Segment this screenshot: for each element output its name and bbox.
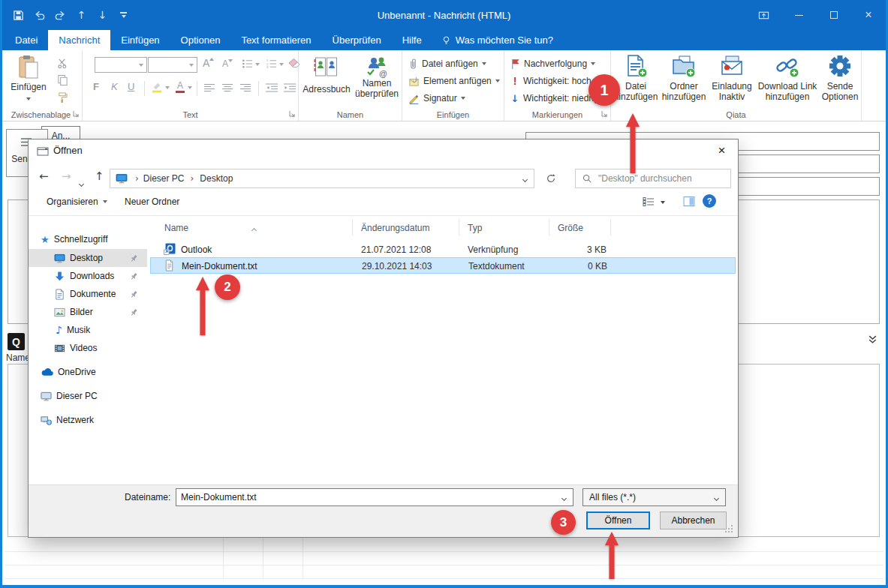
tab-text-formatieren[interactable]: Text formatieren <box>230 30 321 50</box>
column-divider[interactable] <box>352 219 353 236</box>
sidebar-item-this-pc[interactable]: Dieser PC <box>29 387 147 405</box>
filetype-select[interactable]: All files (*.*) <box>582 488 726 506</box>
customize-toolbar-icon[interactable] <box>117 9 130 22</box>
align-center-icon[interactable] <box>222 83 233 92</box>
bullet-list-icon[interactable] <box>242 58 253 69</box>
cancel-button[interactable]: Abbrechen <box>660 512 727 530</box>
underline-icon[interactable]: U <box>128 81 134 92</box>
group-label-tags: Markierungen <box>504 110 610 119</box>
sidebar-item-network[interactable]: Netzwerk <box>29 411 147 429</box>
decrease-indent-icon[interactable] <box>266 83 278 92</box>
check-names-button[interactable]: @ Namen überprüfen <box>353 56 401 99</box>
save-icon[interactable] <box>12 9 25 22</box>
expand-panel-icon[interactable] <box>868 334 877 344</box>
new-folder-button[interactable]: Neuer Ordner <box>125 196 179 207</box>
paste-button[interactable]: Einfügen <box>6 55 51 103</box>
address-bar[interactable]: › Dieser PC › Desktop <box>110 169 534 188</box>
clipboard-dialog-launcher-icon[interactable] <box>72 110 80 118</box>
address-book-button[interactable]: Adressbuch <box>302 56 351 94</box>
open-button[interactable]: Öffnen <box>586 512 650 530</box>
font-family-select[interactable] <box>95 57 147 73</box>
column-divider[interactable] <box>459 219 459 236</box>
minimize-button[interactable] <box>785 0 812 30</box>
move-up-icon[interactable]: ↑ <box>75 9 88 22</box>
column-divider[interactable] <box>610 219 611 236</box>
increase-indent-icon[interactable] <box>284 83 296 92</box>
breadcrumb-desktop[interactable]: Desktop <box>200 173 233 184</box>
search-box[interactable] <box>575 169 731 188</box>
sidebar-item-onedrive[interactable]: OneDrive <box>29 363 147 381</box>
tab-datei[interactable]: Datei <box>5 30 48 50</box>
add-folder-button[interactable]: Ordner hinzufügen <box>659 54 709 102</box>
back-icon[interactable]: ← <box>39 170 49 183</box>
resize-grip[interactable] <box>725 525 734 534</box>
file-row-outlook[interactable]: Outlook 21.07.2021 12:08 Verknüpfung 3 K… <box>150 242 736 257</box>
recent-locations-icon[interactable] <box>80 176 83 189</box>
close-button[interactable]: × <box>855 0 882 30</box>
filename-dropdown-icon[interactable] <box>562 492 566 502</box>
sidebar-item-downloads[interactable]: Downloads <box>29 267 147 285</box>
refresh-icon[interactable] <box>540 169 561 188</box>
file-row-mein-dokument[interactable]: Mein-Dokument.txt 29.10.2021 14:03 Textd… <box>150 257 736 274</box>
filename-input[interactable]: Mein-Dokument.txt <box>176 488 573 506</box>
sidebar-item-documents[interactable]: Dokumente <box>29 285 147 303</box>
tab-optionen[interactable]: Optionen <box>170 30 231 50</box>
maximize-button[interactable] <box>820 0 847 30</box>
column-header-size[interactable]: Größe <box>558 223 583 233</box>
search-input[interactable] <box>597 172 717 184</box>
column-header-type[interactable]: Typ <box>468 223 482 233</box>
copy-icon[interactable] <box>57 74 68 86</box>
tags-dialog-launcher-icon[interactable] <box>601 110 608 118</box>
align-right-icon[interactable] <box>240 83 251 92</box>
preview-pane-icon[interactable] <box>683 196 695 207</box>
sidebar-item-desktop[interactable]: Desktop <box>29 249 147 267</box>
help-icon[interactable]: ? <box>703 194 716 208</box>
view-options-icon[interactable] <box>643 196 655 207</box>
shrink-font-icon[interactable]: A <box>222 58 233 69</box>
numbered-list-icon[interactable]: 123 <box>266 58 277 69</box>
tab-hilfe[interactable]: Hilfe <box>392 30 432 50</box>
italic-icon[interactable]: K <box>111 81 118 92</box>
up-icon[interactable]: ↑ <box>95 170 104 183</box>
attach-file-button[interactable]: Datei anfügen <box>408 56 486 72</box>
send-options-button[interactable]: Sende Optionen <box>820 54 860 102</box>
move-down-icon[interactable]: ↓ <box>96 9 109 22</box>
tab-einfuegen[interactable]: Einfügen <box>110 30 170 50</box>
filetype-dropdown-icon[interactable] <box>715 492 718 502</box>
column-header-date[interactable]: Änderungsdatum <box>361 223 429 233</box>
format-painter-icon[interactable] <box>57 92 68 104</box>
tell-me-box[interactable]: Was möchten Sie tun? <box>432 30 562 50</box>
sidebar-item-quick-access[interactable]: ★ Schnellzugriff <box>29 230 147 248</box>
organize-menu[interactable]: Organisieren <box>47 196 107 207</box>
invitation-inactive-button[interactable]: Einladung Inaktiv <box>709 54 755 102</box>
add-download-link-button[interactable]: Download Link hinzufügen <box>755 54 820 102</box>
tab-nachricht[interactable]: Nachricht <box>48 30 110 50</box>
text-dialog-launcher-icon[interactable] <box>288 110 296 118</box>
breadcrumb-this-pc[interactable]: Dieser PC <box>143 173 185 184</box>
importance-high-button[interactable]: ! Wichtigkeit: hoch <box>510 73 591 89</box>
sidebar-item-pictures[interactable]: Bilder <box>29 303 147 321</box>
font-size-select[interactable] <box>148 57 197 73</box>
align-left-icon[interactable] <box>204 83 215 92</box>
undo-icon[interactable] <box>33 9 46 22</box>
bold-icon[interactable]: F <box>93 81 99 92</box>
importance-low-button[interactable]: ↓ Wichtigkeit: niedrig <box>510 90 599 106</box>
address-dropdown-icon[interactable] <box>523 173 527 184</box>
dialog-close-icon[interactable]: × <box>706 140 738 161</box>
ribbon-display-options-icon[interactable] <box>750 0 777 30</box>
tab-ueberpruefen[interactable]: Überprüfen <box>322 30 392 50</box>
view-options-dropdown-icon[interactable] <box>661 201 665 204</box>
signature-button[interactable]: Signatur <box>408 90 465 106</box>
attach-item-button[interactable]: Element anfügen <box>408 73 500 89</box>
column-header-name[interactable]: Name <box>164 223 188 233</box>
follow-up-button[interactable]: Nachverfolgung <box>510 56 595 72</box>
font-color-icon[interactable]: A <box>176 80 185 93</box>
column-divider[interactable] <box>549 219 549 236</box>
highlight-color-icon[interactable] <box>152 81 163 93</box>
redo-icon[interactable] <box>54 9 67 22</box>
cut-icon[interactable] <box>57 58 68 69</box>
add-file-button[interactable]: Datei hinzufügen <box>613 54 659 102</box>
sidebar-item-music[interactable]: ♪ Musik <box>29 321 147 339</box>
grow-font-icon[interactable]: A <box>203 57 214 69</box>
sidebar-item-videos[interactable]: Videos <box>29 339 147 357</box>
